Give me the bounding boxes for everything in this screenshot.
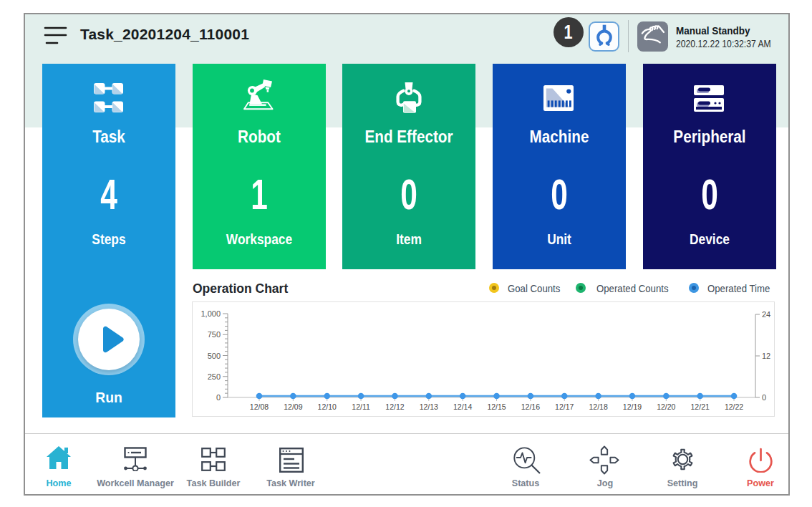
svg-text:0: 0 xyxy=(762,393,766,402)
svg-text:12/08: 12/08 xyxy=(250,402,269,411)
svg-text:12/09: 12/09 xyxy=(284,402,302,411)
svg-text:24: 24 xyxy=(762,310,770,319)
svg-text:12/18: 12/18 xyxy=(589,402,607,411)
svg-text:12/10: 12/10 xyxy=(318,402,337,411)
svg-text:750: 750 xyxy=(208,330,221,339)
svg-text:12/22: 12/22 xyxy=(725,402,743,411)
svg-text:12/12: 12/12 xyxy=(385,402,404,411)
svg-text:12/14: 12/14 xyxy=(453,402,472,411)
svg-text:12/17: 12/17 xyxy=(555,402,574,411)
svg-text:0: 0 xyxy=(216,393,221,402)
svg-text:12/13: 12/13 xyxy=(420,402,438,411)
svg-text:250: 250 xyxy=(208,372,221,381)
svg-text:12: 12 xyxy=(762,352,770,360)
svg-text:12/20: 12/20 xyxy=(657,402,675,411)
svg-text:12/21: 12/21 xyxy=(691,402,710,411)
svg-text:12/15: 12/15 xyxy=(487,402,506,411)
svg-text:500: 500 xyxy=(208,352,221,360)
svg-text:12/16: 12/16 xyxy=(521,402,540,411)
svg-text:1,000: 1,000 xyxy=(200,309,221,318)
svg-text:12/11: 12/11 xyxy=(352,402,370,411)
svg-text:12/19: 12/19 xyxy=(623,402,642,411)
